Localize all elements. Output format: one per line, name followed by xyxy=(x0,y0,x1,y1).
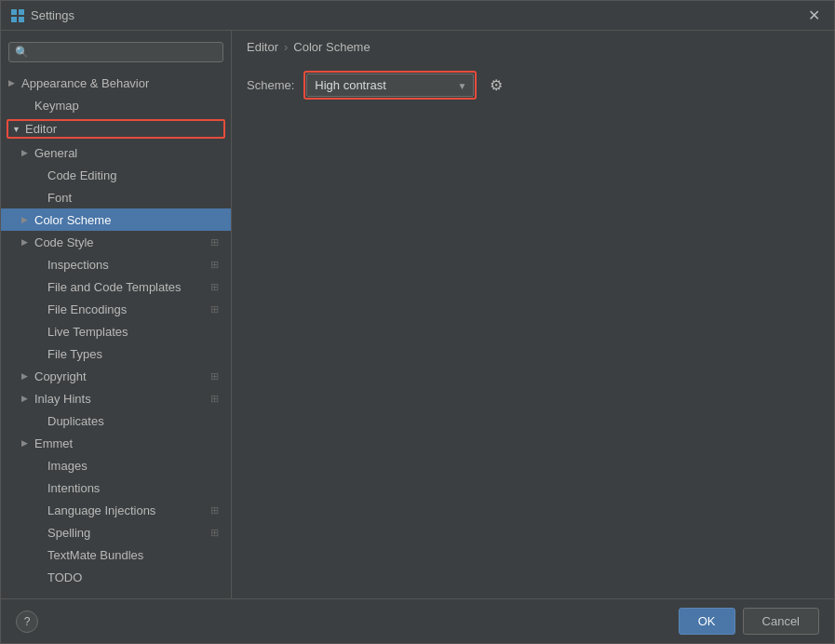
sidebar-item-live-templates[interactable]: Live Templates xyxy=(1,320,231,342)
sidebar-item-label: TextMate Bundles xyxy=(47,548,225,562)
grid-icon: ⊞ xyxy=(210,370,225,382)
scheme-dropdown-wrapper: High contrast Default Darcula Monokai ▼ xyxy=(303,71,477,100)
sidebar-item-images[interactable]: Images xyxy=(1,454,231,476)
scheme-row: Scheme: High contrast Default Darcula Mo… xyxy=(232,61,834,109)
sidebar-item-label: Appearance & Behavior xyxy=(21,76,225,90)
expand-arrow: ▶ xyxy=(21,371,34,381)
sidebar-item-intentions[interactable]: Intentions xyxy=(1,476,231,499)
search-box[interactable]: 🔍 xyxy=(8,42,223,62)
sidebar-item-file-encodings[interactable]: File Encodings ⊞ xyxy=(1,298,231,320)
sidebar-item-inlay-hints[interactable]: ▶ Inlay Hints ⊞ xyxy=(1,387,231,409)
breadcrumb-part-color-scheme: Color Scheme xyxy=(293,40,370,54)
sidebar-item-appearance[interactable]: ▶ Appearance & Behavior xyxy=(1,72,231,94)
sidebar-item-label: File Types xyxy=(47,347,225,361)
sidebar-item-emmet[interactable]: ▶ Emmet xyxy=(1,432,231,454)
sidebar-item-color-scheme[interactable]: ▶ Color Scheme xyxy=(1,208,231,231)
ok-button[interactable]: OK xyxy=(679,608,735,635)
breadcrumb: Editor › Color Scheme xyxy=(232,31,834,61)
sidebar-item-label: File Encodings xyxy=(47,302,209,316)
grid-icon: ⊞ xyxy=(210,393,225,405)
sidebar-item-label: Language Injections xyxy=(47,503,209,517)
expand-arrow: ▶ xyxy=(8,78,21,87)
search-input[interactable] xyxy=(33,46,217,59)
sidebar-item-label: Editor xyxy=(25,122,220,136)
grid-icon: ⊞ xyxy=(210,527,225,539)
sidebar-item-label: General xyxy=(34,146,225,160)
sidebar-item-label: TODO xyxy=(47,570,225,584)
sidebar-item-spelling[interactable]: Spelling ⊞ xyxy=(1,521,231,543)
help-icon: ? xyxy=(24,615,31,628)
panel-content xyxy=(232,109,834,598)
grid-icon: ⊞ xyxy=(210,504,225,517)
svg-rect-0 xyxy=(11,9,17,15)
breadcrumb-separator: › xyxy=(284,40,288,54)
sidebar-item-label: Emmet xyxy=(34,436,225,450)
cancel-button[interactable]: Cancel xyxy=(743,608,819,635)
sidebar-item-font[interactable]: Font xyxy=(1,186,231,208)
sidebar-item-label: Spelling xyxy=(47,526,209,540)
sidebar-item-label: Color Scheme xyxy=(34,213,225,227)
sidebar-item-language-injections[interactable]: Language Injections ⊞ xyxy=(1,499,231,521)
main-content: 🔍 ▶ Appearance & Behavior Keymap ▼ Edito… xyxy=(1,31,834,598)
expand-arrow: ▶ xyxy=(21,438,34,448)
expand-arrow: ▶ xyxy=(21,237,34,247)
svg-rect-1 xyxy=(19,9,24,15)
grid-icon: ⊞ xyxy=(210,281,225,293)
expand-arrow: ▶ xyxy=(21,148,34,157)
sidebar-item-label: Font xyxy=(47,191,225,205)
sidebar-item-keymap[interactable]: Keymap xyxy=(1,94,231,116)
expand-arrow: ▶ xyxy=(21,215,34,224)
grid-icon: ⊞ xyxy=(210,236,225,248)
right-panel: Editor › Color Scheme Scheme: High contr… xyxy=(232,31,834,598)
help-button[interactable]: ? xyxy=(16,610,38,633)
sidebar-item-label: Intentions xyxy=(47,481,225,495)
app-icon xyxy=(10,8,25,23)
sidebar-item-label: Inlay Hints xyxy=(34,392,209,406)
scheme-label: Scheme: xyxy=(247,78,294,92)
sidebar-item-copyright[interactable]: ▶ Copyright ⊞ xyxy=(1,365,231,387)
gear-button[interactable]: ⚙ xyxy=(486,74,506,96)
sidebar-item-label: File and Code Templates xyxy=(47,280,209,294)
sidebar-item-label: Code Editing xyxy=(47,168,225,182)
scheme-dropdown[interactable]: High contrast Default Darcula Monokai xyxy=(306,74,474,97)
expand-arrow: ▶ xyxy=(21,394,34,403)
sidebar-item-code-style[interactable]: ▶ Code Style ⊞ xyxy=(1,231,231,253)
grid-icon: ⊞ xyxy=(210,259,225,271)
sidebar-item-label: Copyright xyxy=(34,369,209,383)
sidebar-item-label: Inspections xyxy=(47,258,209,272)
sidebar-item-textmate-bundles[interactable]: TextMate Bundles xyxy=(1,543,231,566)
sidebar: 🔍 ▶ Appearance & Behavior Keymap ▼ Edito… xyxy=(1,31,232,598)
close-button[interactable]: ✕ xyxy=(802,5,825,27)
sidebar-item-todo[interactable]: TODO xyxy=(1,566,231,588)
bottom-bar: ? OK Cancel xyxy=(1,598,834,643)
sidebar-item-editor[interactable]: ▼ Editor xyxy=(1,116,231,141)
settings-window: Settings ✕ 🔍 ▶ Appearance & Behavior Key… xyxy=(0,0,835,644)
svg-rect-2 xyxy=(11,17,17,22)
window-title: Settings xyxy=(31,8,802,22)
expand-arrow: ▼ xyxy=(12,125,25,134)
sidebar-item-label: Live Templates xyxy=(47,325,225,339)
breadcrumb-part-editor: Editor xyxy=(247,40,278,54)
sidebar-item-label: Code Style xyxy=(34,235,209,249)
sidebar-item-label: Images xyxy=(47,459,225,473)
sidebar-item-file-types[interactable]: File Types xyxy=(1,342,231,365)
grid-icon: ⊞ xyxy=(210,303,225,315)
title-bar: Settings ✕ xyxy=(1,1,834,31)
search-icon: 🔍 xyxy=(15,46,29,59)
svg-rect-3 xyxy=(19,17,24,22)
sidebar-item-file-code-templates[interactable]: File and Code Templates ⊞ xyxy=(1,275,231,298)
sidebar-item-inspections[interactable]: Inspections ⊞ xyxy=(1,253,231,275)
sidebar-item-label: Keymap xyxy=(34,99,225,113)
sidebar-item-code-editing[interactable]: Code Editing xyxy=(1,164,231,186)
sidebar-item-duplicates[interactable]: Duplicates xyxy=(1,409,231,432)
scheme-dropdown-container: High contrast Default Darcula Monokai ▼ xyxy=(306,74,474,97)
sidebar-item-label: Duplicates xyxy=(47,414,225,428)
sidebar-item-general[interactable]: ▶ General xyxy=(1,141,231,164)
